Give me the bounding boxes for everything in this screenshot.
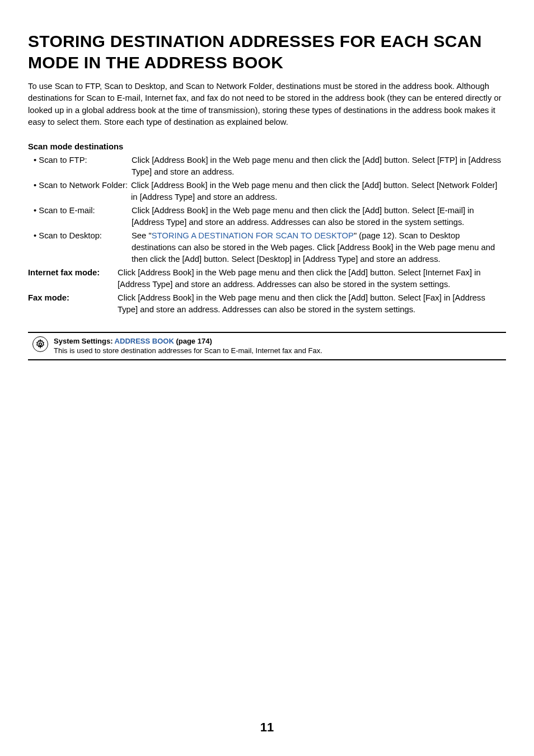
label-scan-to-email: • Scan to E-mail: <box>28 205 132 229</box>
desc-scan-to-ftp: Click [Address Book] in the Web page men… <box>132 154 506 179</box>
intro-paragraph: To use Scan to FTP, Scan to Desktop, and… <box>28 81 506 129</box>
row-scan-to-network-folder: • Scan to Network Folder: Click [Address… <box>28 180 506 204</box>
row-internet-fax-mode: Internet fax mode: Click [Address Book] … <box>28 267 506 291</box>
desc-scan-to-email: Click [Address Book] in the Web page men… <box>132 205 506 229</box>
link-storing-destination-scan-desktop[interactable]: STORING A DESTINATION FOR SCAN TO DESKTO… <box>152 231 354 240</box>
label-scan-to-ftp: • Scan to FTP: <box>28 154 132 179</box>
note-title-prefix: System Settings: <box>54 337 115 345</box>
row-scan-to-email: • Scan to E-mail: Click [Address Book] i… <box>28 205 506 229</box>
desc-scan-to-desktop-before: See " <box>132 231 152 240</box>
scan-mode-subhead: Scan mode destinations <box>28 142 506 151</box>
svg-point-0 <box>39 342 42 345</box>
note-title-suffix: (page 174) <box>174 337 212 345</box>
row-fax-mode: Fax mode: Click [Address Book] in the We… <box>28 292 506 316</box>
desc-scan-to-network-folder: Click [Address Book] in the Web page men… <box>131 180 506 204</box>
label-fax-mode: Fax mode: <box>28 292 118 316</box>
label-scan-to-desktop: • Scan to Desktop: <box>28 230 132 266</box>
desc-fax-mode: Click [Address Book] in the Web page men… <box>118 292 506 316</box>
system-settings-note: System Settings: ADDRESS BOOK (page 174)… <box>28 332 506 360</box>
page-title: STORING DESTINATION ADDRESSES FOR EACH S… <box>28 31 506 73</box>
desc-internet-fax-mode: Click [Address Book] in the Web page men… <box>118 267 506 291</box>
desc-scan-to-desktop: See "STORING A DESTINATION FOR SCAN TO D… <box>132 230 506 266</box>
note-text: System Settings: ADDRESS BOOK (page 174)… <box>54 336 322 356</box>
page-number: 11 <box>0 720 534 735</box>
gear-icon <box>32 336 48 352</box>
link-address-book[interactable]: ADDRESS BOOK <box>115 337 174 345</box>
row-scan-to-ftp: • Scan to FTP: Click [Address Book] in t… <box>28 154 506 179</box>
row-scan-to-desktop: • Scan to Desktop: See "STORING A DESTIN… <box>28 230 506 266</box>
label-scan-to-network-folder: • Scan to Network Folder: <box>28 180 128 204</box>
note-body: This is used to store destination addres… <box>54 346 322 355</box>
label-internet-fax-mode: Internet fax mode: <box>28 267 118 291</box>
